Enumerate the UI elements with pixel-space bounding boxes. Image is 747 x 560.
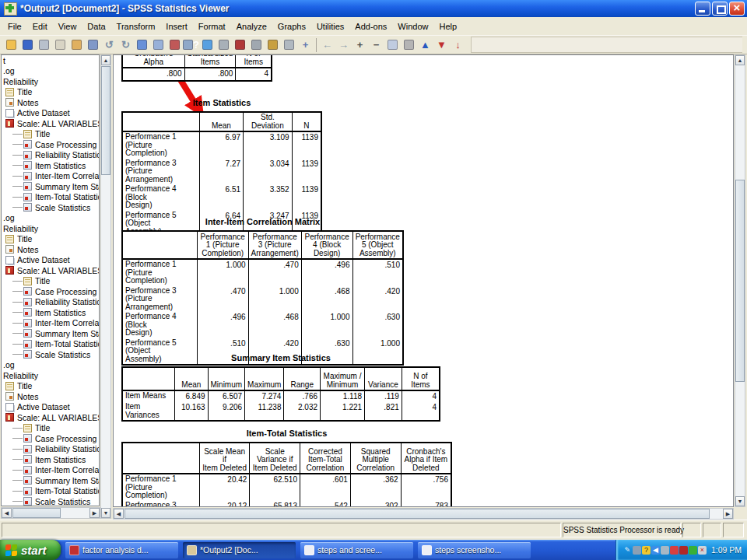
outline-vertical-scrollbar[interactable]: ▲ ▼ (100, 54, 111, 519)
designate-window-icon[interactable] (248, 37, 265, 53)
sidebar-item[interactable]: .og (2, 360, 99, 371)
hide-book-icon[interactable] (401, 37, 417, 53)
sidebar-item[interactable]: Notes (2, 244, 99, 255)
menu-transform[interactable]: Transform (111, 19, 161, 33)
output-table-block[interactable]: Item-Total StatisticsScale Mean if Item … (121, 429, 452, 507)
task-steps-and-scree[interactable]: steps and scree... (300, 542, 413, 558)
close-button[interactable] (729, 2, 745, 16)
menu-edit[interactable]: Edit (27, 19, 53, 33)
output-horizontal-scrollbar[interactable]: ◀ ▶ (113, 508, 734, 520)
sidebar-item[interactable]: Notes (2, 97, 99, 108)
expand-icon[interactable]: + (352, 37, 368, 53)
menu-help[interactable]: Help (433, 19, 462, 33)
sidebar-item[interactable]: Title (2, 381, 99, 392)
sidebar-item[interactable]: Reliability (2, 370, 99, 381)
sidebar-item[interactable]: Scale: ALL VARIABLES (2, 118, 99, 129)
sidebar-item[interactable]: .og (2, 213, 99, 224)
menu-format[interactable]: Format (193, 19, 231, 33)
display-settings-icon[interactable] (633, 546, 641, 555)
task-steps-screensho[interactable]: steps screensho... (418, 542, 531, 558)
insert-heading-icon[interactable] (265, 37, 281, 53)
menu-utilities[interactable]: Utilities (311, 19, 349, 33)
sidebar-item[interactable]: Reliability Statistics (2, 150, 99, 161)
outline-horizontal-scrollbar[interactable]: ◀ ▶ (1, 507, 100, 519)
save-icon[interactable] (19, 37, 36, 53)
scroll-thumb[interactable] (12, 508, 61, 518)
scroll-thumb[interactable] (101, 66, 110, 175)
find-icon[interactable] (199, 37, 216, 53)
output-table-block[interactable]: Cronbach's AlphaStandardized ItemsN of I… (121, 54, 272, 82)
sidebar-item[interactable]: Summary Item Statistics (2, 181, 99, 192)
app-alert-icon[interactable] (670, 546, 679, 555)
menu-file[interactable]: File (2, 19, 27, 33)
show-results-icon[interactable]: + (297, 37, 314, 53)
sidebar-item[interactable]: Scale: ALL VARIABLES (2, 265, 99, 276)
scroll-thumb[interactable] (735, 180, 745, 382)
hide-tray-icon[interactable]: ◀ (651, 546, 660, 555)
start-button[interactable]: start (0, 540, 61, 560)
menu-analyze[interactable]: Analyze (231, 19, 272, 33)
scroll-left-icon[interactable]: ◀ (2, 508, 12, 518)
output-table-block[interactable]: Summary Item StatisticsMeanMinimumMaximu… (121, 353, 440, 422)
sidebar-item[interactable]: Scale: ALL VARIABLES (2, 412, 99, 423)
volume-muted-icon[interactable]: × (698, 546, 707, 555)
spss-tray-icon[interactable] (679, 546, 688, 555)
sidebar-item[interactable]: Case Processing Summary (2, 139, 99, 150)
move-down-icon[interactable]: ↓ (450, 37, 466, 53)
monitor-icon[interactable] (661, 546, 669, 555)
redo-icon[interactable]: ↻ (117, 37, 134, 53)
sidebar-item[interactable]: Reliability Statistics (2, 444, 99, 455)
back-icon[interactable]: ← (319, 37, 335, 53)
sidebar-item[interactable]: Reliability (2, 76, 99, 87)
menu-insert[interactable]: Insert (160, 19, 193, 33)
wireless-icon[interactable] (689, 546, 697, 555)
sidebar-item[interactable]: .og (2, 66, 99, 77)
collapse-icon[interactable]: − (368, 37, 384, 53)
sidebar-item[interactable]: Summary Item Statistics (2, 475, 99, 486)
tablet-pen-icon[interactable]: ✎ (623, 546, 632, 555)
recall-dialog-icon[interactable] (85, 37, 101, 53)
sidebar-item[interactable]: Title (2, 129, 99, 140)
forward-icon[interactable]: → (335, 37, 352, 53)
scroll-down-icon[interactable]: ▼ (101, 508, 110, 518)
sidebar-item[interactable]: t (2, 55, 99, 66)
sidebar-item[interactable]: Item-Total Statistics (2, 339, 99, 350)
goto-variable-icon[interactable] (167, 37, 183, 53)
sidebar-item[interactable]: Inter-Item Correlation Matrix (2, 465, 99, 476)
restore-button[interactable] (712, 2, 728, 16)
sidebar-item[interactable]: Item-Total Statistics (2, 192, 99, 203)
sidebar-item[interactable]: Active Dataset (2, 255, 99, 266)
scroll-up-icon[interactable]: ▲ (101, 55, 110, 65)
scroll-down-icon[interactable]: ▼ (735, 496, 745, 506)
sidebar-item[interactable]: Title (2, 87, 99, 98)
task-factor-analysis[interactable]: factor analysis d... (65, 542, 178, 558)
sidebar-item[interactable]: Title (2, 234, 99, 245)
sidebar-item[interactable]: Item Statistics (2, 454, 99, 465)
variables-icon[interactable]: ? (183, 37, 199, 53)
scroll-up-icon[interactable]: ▲ (735, 55, 745, 65)
sidebar-item[interactable]: Active Dataset (2, 402, 99, 413)
menu-graphs[interactable]: Graphs (272, 19, 311, 33)
menu-data[interactable]: Data (82, 19, 110, 33)
sidebar-item[interactable]: Case Processing Summary (2, 433, 99, 444)
print-icon[interactable] (36, 37, 52, 53)
minimize-button[interactable] (695, 2, 710, 16)
print-preview-icon[interactable] (52, 37, 68, 53)
sidebar-item[interactable]: Scale Statistics (2, 202, 99, 213)
menu-view[interactable]: View (53, 19, 82, 33)
output-vertical-scrollbar[interactable]: ▲ ▼ (735, 54, 745, 507)
scroll-right-icon[interactable]: ▶ (89, 508, 100, 518)
goto-case-icon[interactable] (150, 37, 167, 53)
scroll-right-icon[interactable]: ▶ (723, 509, 733, 519)
insert-title-icon[interactable] (281, 37, 297, 53)
find-disabled-icon[interactable] (216, 37, 232, 53)
sidebar-item[interactable]: Reliability Statistics (2, 297, 99, 308)
sidebar-item[interactable]: Item-Total Statistics (2, 486, 99, 497)
scroll-left-icon[interactable]: ◀ (114, 509, 124, 519)
task-output2[interactable]: *Output2 [Doc... (183, 542, 296, 558)
sidebar-item[interactable]: Summary Item Statistics (2, 328, 99, 339)
select-last-output-icon[interactable] (232, 37, 248, 53)
output-table-block[interactable]: Inter-Item Correlation MatrixPerformance… (121, 217, 404, 366)
sidebar-item[interactable]: Case Processing Summary (2, 286, 99, 297)
sidebar-item[interactable]: Title (2, 423, 99, 434)
